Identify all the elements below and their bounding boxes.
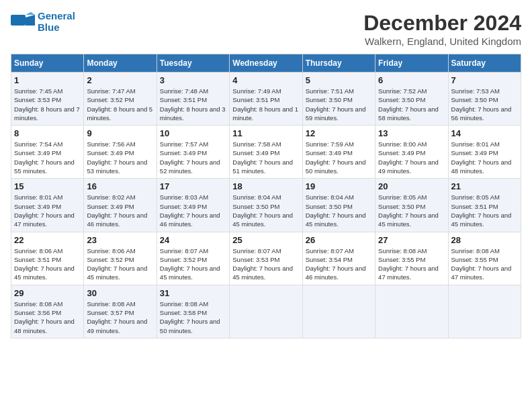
day-info: Sunrise: 7:54 AM Sunset: 3:49 PM Dayligh… <box>14 140 81 175</box>
day-number: 8 <box>14 128 81 138</box>
day-number: 23 <box>87 235 153 245</box>
day-cell: 29 Sunrise: 8:08 AM Sunset: 3:56 PM Dayl… <box>11 285 84 338</box>
calendar-table: Sunday Monday Tuesday Wednesday Thursday… <box>11 54 521 338</box>
day-info: Sunrise: 7:45 AMSunset: 3:53 PMDaylight:… <box>14 87 81 122</box>
day-cell: 25 Sunrise: 8:07 AM Sunset: 3:53 PM Dayl… <box>230 232 302 285</box>
day-number: 13 <box>378 128 445 138</box>
day-info: Sunrise: 8:04 AM Sunset: 3:50 PM Dayligh… <box>306 193 372 228</box>
day-number: 19 <box>306 181 372 191</box>
page-header: General Blue December 2024 Walkern, Engl… <box>11 11 521 47</box>
week-row: 22 Sunrise: 8:06 AM Sunset: 3:51 PM Dayl… <box>11 232 521 285</box>
day-number: 24 <box>160 235 226 245</box>
day-info: Sunrise: 7:48 AM Sunset: 3:51 PM Dayligh… <box>160 87 226 122</box>
col-wednesday: Wednesday <box>230 54 302 73</box>
day-info: Sunrise: 7:49 AM Sunset: 3:51 PM Dayligh… <box>232 87 299 122</box>
day-info: Sunrise: 8:04 AM Sunset: 3:50 PM Dayligh… <box>232 193 299 228</box>
day-cell: 31 Sunrise: 8:08 AM Sunset: 3:58 PM Dayl… <box>157 285 229 338</box>
day-info: Sunrise: 8:08 AM Sunset: 3:55 PM Dayligh… <box>378 246 445 282</box>
day-number: 2 <box>87 75 153 85</box>
day-number: 26 <box>306 235 372 245</box>
day-info: Sunrise: 8:08 AM Sunset: 3:55 PM Dayligh… <box>451 246 518 282</box>
day-info: Sunrise: 8:00 AM Sunset: 3:49 PM Dayligh… <box>378 140 445 175</box>
day-info: Sunrise: 8:06 AM Sunset: 3:51 PM Dayligh… <box>14 246 81 282</box>
title-block: December 2024 Walkern, England, United K… <box>363 11 521 47</box>
day-cell: 21 Sunrise: 8:05 AM Sunset: 3:51 PM Dayl… <box>448 179 521 232</box>
day-cell: 24 Sunrise: 8:07 AM Sunset: 3:52 PM Dayl… <box>157 232 229 285</box>
week-row: 8 Sunrise: 7:54 AM Sunset: 3:49 PM Dayli… <box>11 126 521 179</box>
day-cell: 19 Sunrise: 8:04 AM Sunset: 3:50 PM Dayl… <box>302 179 375 232</box>
day-cell: 9 Sunrise: 7:56 AM Sunset: 3:49 PM Dayli… <box>84 126 157 179</box>
day-cell: 12 Sunrise: 7:59 AM Sunset: 3:49 PM Dayl… <box>302 126 375 179</box>
day-info: Sunrise: 7:52 AM Sunset: 3:50 PM Dayligh… <box>378 87 445 122</box>
day-info: Sunrise: 8:08 AM Sunset: 3:56 PM Dayligh… <box>14 300 81 335</box>
svg-marker-1 <box>26 15 35 26</box>
day-cell: 20 Sunrise: 8:05 AM Sunset: 3:50 PM Dayl… <box>375 179 448 232</box>
day-cell: 18 Sunrise: 8:04 AM Sunset: 3:50 PM Dayl… <box>230 179 302 232</box>
day-cell: 7 Sunrise: 7:53 AM Sunset: 3:50 PM Dayli… <box>448 73 521 126</box>
subtitle: Walkern, England, United Kingdom <box>363 36 521 47</box>
day-number: 6 <box>378 75 445 85</box>
day-info: Sunrise: 7:58 AM Sunset: 3:49 PM Dayligh… <box>232 140 299 175</box>
day-number: 21 <box>451 181 518 191</box>
day-info: Sunrise: 7:47 AM Sunset: 3:52 PM Dayligh… <box>87 87 153 122</box>
day-number: 1 <box>14 75 81 85</box>
day-number: 15 <box>14 181 81 191</box>
empty-cell <box>375 285 448 338</box>
day-info: Sunrise: 8:08 AM Sunset: 3:58 PM Dayligh… <box>160 300 226 335</box>
day-number: 28 <box>451 235 518 245</box>
day-cell: 10 Sunrise: 7:57 AM Sunset: 3:49 PM Dayl… <box>157 126 229 179</box>
day-cell: 23 Sunrise: 8:06 AM Sunset: 3:52 PM Dayl… <box>84 232 157 285</box>
day-cell: 6 Sunrise: 7:52 AM Sunset: 3:50 PM Dayli… <box>375 73 448 126</box>
day-info: Sunrise: 8:05 AM Sunset: 3:51 PM Dayligh… <box>451 193 518 228</box>
day-info: Sunrise: 8:06 AM Sunset: 3:52 PM Dayligh… <box>87 246 153 282</box>
day-number: 30 <box>87 288 153 298</box>
day-number: 22 <box>14 235 81 245</box>
day-cell: 4 Sunrise: 7:49 AM Sunset: 3:51 PM Dayli… <box>230 73 302 126</box>
day-number: 27 <box>378 235 445 245</box>
day-number: 5 <box>306 75 372 85</box>
week-row: 1 Sunrise: 7:45 AMSunset: 3:53 PMDayligh… <box>11 73 521 126</box>
svg-rect-0 <box>11 15 26 26</box>
day-info: Sunrise: 7:59 AM Sunset: 3:49 PM Dayligh… <box>306 140 372 175</box>
day-info: Sunrise: 7:51 AM Sunset: 3:50 PM Dayligh… <box>306 87 372 122</box>
day-number: 11 <box>232 128 299 138</box>
logo-blue: Blue <box>38 22 75 34</box>
day-cell: 2 Sunrise: 7:47 AM Sunset: 3:52 PM Dayli… <box>84 73 157 126</box>
day-cell: 5 Sunrise: 7:51 AM Sunset: 3:50 PM Dayli… <box>302 73 375 126</box>
day-number: 12 <box>306 128 372 138</box>
day-number: 29 <box>14 288 81 298</box>
calendar-header-row: Sunday Monday Tuesday Wednesday Thursday… <box>11 54 521 73</box>
day-info: Sunrise: 7:57 AM Sunset: 3:49 PM Dayligh… <box>160 140 226 175</box>
day-number: 17 <box>160 181 226 191</box>
day-cell: 1 Sunrise: 7:45 AMSunset: 3:53 PMDayligh… <box>11 73 84 126</box>
day-info: Sunrise: 8:01 AM Sunset: 3:49 PM Dayligh… <box>14 193 81 228</box>
day-info: Sunrise: 8:01 AM Sunset: 3:49 PM Dayligh… <box>451 140 518 175</box>
logo-general: General <box>38 11 75 22</box>
col-monday: Monday <box>84 54 157 73</box>
day-cell: 14 Sunrise: 8:01 AM Sunset: 3:49 PM Dayl… <box>448 126 521 179</box>
svg-marker-2 <box>26 12 35 15</box>
day-cell: 30 Sunrise: 8:08 AM Sunset: 3:57 PM Dayl… <box>84 285 157 338</box>
day-cell: 8 Sunrise: 7:54 AM Sunset: 3:49 PM Dayli… <box>11 126 84 179</box>
col-friday: Friday <box>375 54 448 73</box>
col-sunday: Sunday <box>11 54 84 73</box>
day-cell: 17 Sunrise: 8:03 AM Sunset: 3:49 PM Dayl… <box>157 179 229 232</box>
day-number: 4 <box>232 75 299 85</box>
col-tuesday: Tuesday <box>157 54 229 73</box>
week-row: 15 Sunrise: 8:01 AM Sunset: 3:49 PM Dayl… <box>11 179 521 232</box>
day-number: 20 <box>378 181 445 191</box>
day-cell: 26 Sunrise: 8:07 AM Sunset: 3:54 PM Dayl… <box>302 232 375 285</box>
day-cell: 22 Sunrise: 8:06 AM Sunset: 3:51 PM Dayl… <box>11 232 84 285</box>
day-cell: 11 Sunrise: 7:58 AM Sunset: 3:49 PM Dayl… <box>230 126 302 179</box>
day-number: 7 <box>451 75 518 85</box>
day-number: 16 <box>87 181 153 191</box>
day-info: Sunrise: 7:56 AM Sunset: 3:49 PM Dayligh… <box>87 140 153 175</box>
col-thursday: Thursday <box>302 54 375 73</box>
day-info: Sunrise: 8:03 AM Sunset: 3:49 PM Dayligh… <box>160 193 226 228</box>
day-info: Sunrise: 8:08 AM Sunset: 3:57 PM Dayligh… <box>87 300 153 335</box>
day-info: Sunrise: 7:53 AM Sunset: 3:50 PM Dayligh… <box>451 87 518 122</box>
day-number: 9 <box>87 128 153 138</box>
day-number: 25 <box>232 235 299 245</box>
day-cell: 13 Sunrise: 8:00 AM Sunset: 3:49 PM Dayl… <box>375 126 448 179</box>
day-number: 31 <box>160 288 226 298</box>
